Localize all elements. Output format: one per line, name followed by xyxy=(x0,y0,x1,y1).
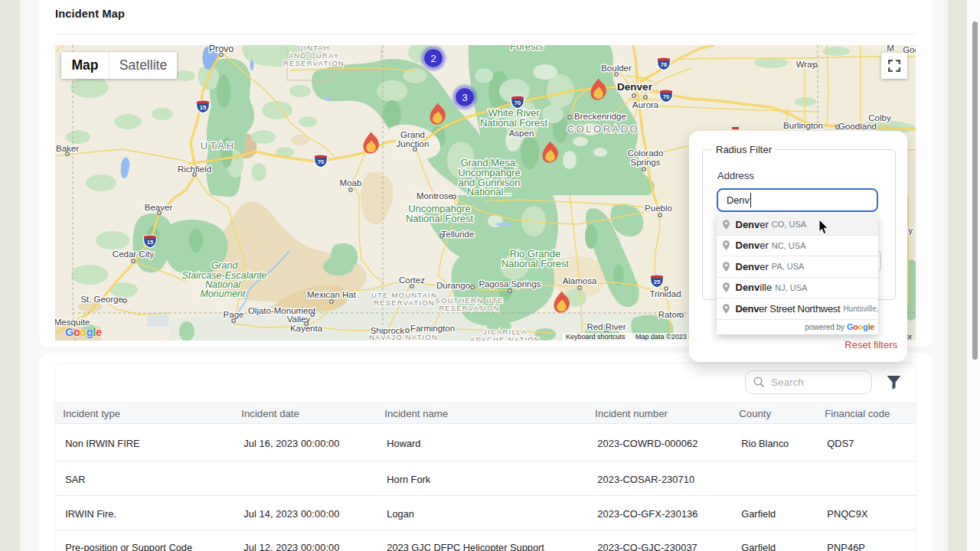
svg-text:Forests: Forests xyxy=(510,45,544,52)
svg-text:25: 25 xyxy=(654,279,660,285)
svg-text:St. George: St. George xyxy=(80,295,123,304)
svg-text:2: 2 xyxy=(430,53,436,64)
svg-text:76: 76 xyxy=(661,61,667,68)
svg-text:National...: National... xyxy=(467,186,512,197)
svg-text:RESERVATION: RESERVATION xyxy=(374,298,435,307)
svg-text:Burlington: Burlington xyxy=(783,121,823,130)
svg-text:Moab: Moab xyxy=(340,178,362,187)
svg-text:Colorado: Colorado xyxy=(628,148,664,158)
svg-text:Cortez: Cortez xyxy=(399,276,425,285)
svg-text:Pagosa Springs: Pagosa Springs xyxy=(479,279,541,289)
svg-text:National Forest: National Forest xyxy=(501,258,570,269)
svg-text:Springs: Springs xyxy=(631,158,661,167)
svg-text:70: 70 xyxy=(514,99,521,106)
svg-text:Alamosa: Alamosa xyxy=(563,276,597,285)
svg-text:RESERVATION: RESERVATION xyxy=(439,304,500,312)
svg-text:Pueblo: Pueblo xyxy=(645,204,672,213)
svg-text:Durango: Durango xyxy=(436,281,470,290)
svg-text:Goodland: Goodland xyxy=(838,122,877,131)
svg-text:RESERVATION: RESERVATION xyxy=(283,59,345,67)
svg-text:y: y xyxy=(908,226,913,235)
svg-text:Boulder: Boulder xyxy=(601,64,632,73)
svg-text:M: M xyxy=(887,45,894,53)
svg-text:Red River: Red River xyxy=(586,322,626,331)
svg-text:Raton: Raton xyxy=(658,310,682,319)
svg-text:Map data ©2023 G: Map data ©2023 G xyxy=(635,333,694,341)
svg-text:15: 15 xyxy=(200,104,206,111)
svg-text:Aspen: Aspen xyxy=(509,129,534,138)
svg-text:Page: Page xyxy=(224,310,244,319)
svg-text:Farmington: Farmington xyxy=(410,324,455,333)
svg-text:NAVAJO NATION: NAVAJO NATION xyxy=(369,333,438,341)
svg-text:APACHE NATION: APACHE NATION xyxy=(470,335,541,341)
svg-text:Beaver: Beaver xyxy=(145,203,173,212)
svg-text:UTAH: UTAH xyxy=(201,140,236,152)
svg-text:Mexican Hat: Mexican Hat xyxy=(307,290,357,299)
svg-text:Grand: Grand xyxy=(400,130,425,139)
svg-text:National Forest: National Forest xyxy=(480,117,548,129)
svg-text:Montrose: Montrose xyxy=(416,191,453,201)
svg-text:70: 70 xyxy=(663,93,669,100)
svg-text:National Forest: National Forest xyxy=(406,213,474,224)
svg-text:Colby: Colby xyxy=(868,113,891,122)
svg-text:Aurora: Aurora xyxy=(632,100,659,109)
svg-text:Cedar City: Cedar City xyxy=(113,249,155,259)
svg-text:Denver: Denver xyxy=(617,81,653,93)
svg-text:COLORADO: COLORADO xyxy=(567,123,639,135)
svg-text:Keyboard shortcuts: Keyboard shortcuts xyxy=(566,333,626,341)
svg-text:Grand: Grand xyxy=(211,260,239,271)
svg-text:15: 15 xyxy=(147,239,153,246)
svg-text:70: 70 xyxy=(318,158,324,165)
svg-text:Trinidad: Trinidad xyxy=(649,289,681,298)
svg-text:Monument: Monument xyxy=(200,289,246,299)
svg-text:Junction: Junction xyxy=(397,139,430,148)
svg-text:3: 3 xyxy=(462,92,467,103)
svg-text:Breckenridge: Breckenridge xyxy=(574,112,626,121)
svg-text:Telluride: Telluride xyxy=(442,230,475,239)
